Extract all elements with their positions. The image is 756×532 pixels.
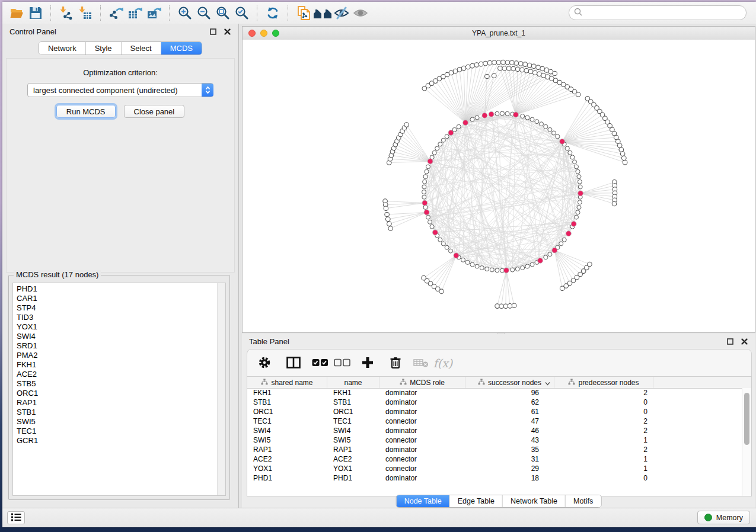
delete-column-button[interactable]	[385, 353, 406, 373]
zoom-fit-button[interactable]	[213, 4, 232, 22]
import-network-button[interactable]	[57, 4, 76, 22]
mcds-result-item[interactable]: TEC1	[13, 427, 217, 436]
float-panel-button[interactable]	[209, 27, 217, 36]
toolbar-separator	[169, 5, 170, 21]
export-image-icon	[146, 6, 162, 20]
table-row[interactable]: YOX1YOX1connector291	[247, 464, 742, 473]
mcds-result-item[interactable]: SWI5	[13, 417, 217, 427]
first-neighbors-button[interactable]	[313, 4, 332, 22]
table-row[interactable]: ORC1ORC1dominator610	[247, 407, 742, 416]
zoom-traffic-light[interactable]	[272, 30, 279, 37]
table-cell: SWI4	[327, 427, 379, 435]
table-column-tree-icon	[478, 379, 485, 387]
memory-button[interactable]: Memory	[697, 511, 750, 524]
export-table-button[interactable]	[126, 4, 145, 22]
tab-node-table[interactable]: Node Table	[397, 495, 449, 507]
mcds-result-item[interactable]: YOX1	[13, 322, 217, 332]
mcds-result-item[interactable]: SRD1	[13, 341, 217, 351]
table-row[interactable]: ACE2ACE2connector311	[247, 454, 742, 464]
tab-motifs[interactable]: Motifs	[565, 495, 601, 507]
tab-select[interactable]: Select	[121, 42, 161, 55]
table-cell: 29	[465, 464, 554, 473]
table-row[interactable]: PHD1PHD1dominator180	[247, 473, 742, 483]
tab-style[interactable]: Style	[85, 42, 121, 55]
table-scrollbar-thumb[interactable]	[744, 393, 749, 445]
tab-network-table[interactable]: Network Table	[502, 495, 565, 507]
column-header-name[interactable]: name	[327, 377, 379, 388]
refresh-button[interactable]	[263, 4, 282, 22]
column-header-MCDS-role[interactable]: MCDS role	[379, 377, 465, 388]
delete-table-button[interactable]	[411, 353, 431, 373]
optimization-criterion-value: largest connected component (undirected)	[28, 86, 202, 95]
mcds-result-item[interactable]: ORC1	[13, 389, 217, 398]
zoom-selected-icon	[235, 6, 249, 20]
close-traffic-light[interactable]	[248, 30, 256, 37]
tab-network[interactable]: Network	[39, 42, 85, 55]
export-image-button[interactable]	[145, 4, 164, 22]
zoom-selected-button[interactable]	[232, 4, 251, 22]
mcds-result-item[interactable]: PMA2	[13, 351, 217, 360]
tab-mcds[interactable]: MCDS	[161, 42, 202, 55]
mcds-result-item[interactable]: TID3	[13, 313, 217, 322]
close-panel-button-mcds[interactable]: Close panel	[124, 105, 185, 118]
task-history-button[interactable]	[7, 511, 25, 524]
toolbar-separator	[288, 5, 289, 21]
tab-edge-table[interactable]: Edge Table	[449, 495, 502, 507]
mcds-result-item[interactable]: STB5	[13, 379, 217, 389]
table-cell: ACE2	[247, 455, 327, 463]
table-row[interactable]: STB1STB1dominator620	[247, 398, 742, 407]
mcds-result-item[interactable]: ACE2	[13, 370, 217, 379]
column-header-predecessor-nodes[interactable]: predecessor nodes	[554, 377, 653, 388]
clone-network-button[interactable]	[294, 4, 313, 22]
mcds-result-item[interactable]: RAP1	[13, 398, 217, 408]
function-builder-button[interactable]: f(x)	[433, 353, 453, 373]
fx-icon: f(x)	[433, 357, 453, 370]
mcds-result-item[interactable]: FKH1	[13, 360, 217, 370]
minimize-traffic-light[interactable]	[260, 30, 267, 37]
select-all-button[interactable]	[310, 353, 330, 373]
mcds-result-list[interactable]: PHD1CAR1STP4TID3YOX1SWI4SRD1PMA2FKH1ACE2…	[12, 283, 226, 496]
close-table-panel-button[interactable]	[740, 337, 748, 345]
float-table-panel-button[interactable]	[726, 337, 734, 345]
show-all-button[interactable]	[351, 4, 370, 22]
column-header-shared-name[interactable]: shared name	[247, 377, 327, 388]
zoom-out-button[interactable]	[194, 4, 213, 22]
optimization-criterion-select[interactable]: largest connected component (undirected)	[27, 83, 213, 97]
table-row[interactable]: SWI4SWI4dominator462	[247, 426, 742, 435]
network-canvas[interactable]	[243, 40, 755, 332]
hide-selected-button[interactable]	[332, 4, 351, 22]
mcds-result-item[interactable]: STP4	[13, 303, 217, 313]
table-cell: SWI4	[247, 427, 327, 435]
node-table-header: shared namenameMCDS rolesuccessor nodesp…	[247, 377, 751, 389]
search-input[interactable]	[586, 8, 741, 18]
table-row[interactable]: TEC1TEC1connector472	[247, 416, 742, 426]
add-column-button[interactable]	[358, 353, 378, 373]
mcds-result-item[interactable]: STB1	[13, 408, 217, 417]
table-cell: dominator	[379, 398, 465, 406]
deselect-all-button[interactable]	[332, 353, 352, 373]
table-scrollbar[interactable]	[742, 388, 751, 496]
mcds-result-item[interactable]: SWI4	[13, 332, 217, 341]
open-session-button[interactable]	[7, 4, 26, 22]
table-cell: 47	[465, 417, 554, 425]
table-settings-button[interactable]	[254, 353, 275, 373]
import-table-icon	[78, 6, 92, 20]
close-panel-button[interactable]	[223, 27, 231, 36]
import-table-button[interactable]	[76, 4, 95, 22]
column-header-successor-nodes[interactable]: successor nodes	[465, 377, 554, 388]
column-visibility-button[interactable]	[283, 353, 304, 373]
table-row[interactable]: FKH1FKH1dominator962	[247, 388, 742, 398]
save-session-button[interactable]	[26, 4, 45, 22]
mcds-list-scrollbar[interactable]	[217, 283, 225, 495]
table-row[interactable]: RAP1RAP1dominator352	[247, 445, 742, 454]
table-column-tree-icon	[400, 379, 407, 387]
table-cell: YOX1	[327, 464, 379, 473]
mcds-result-item[interactable]: CAR1	[13, 294, 217, 303]
search-box[interactable]	[569, 5, 747, 20]
zoom-in-button[interactable]	[176, 4, 194, 22]
export-network-button[interactable]	[107, 4, 126, 22]
mcds-result-item[interactable]: GCR1	[13, 436, 217, 446]
mcds-result-item[interactable]: PHD1	[13, 284, 217, 294]
table-row[interactable]: SWI5SWI5connector431	[247, 435, 742, 445]
run-mcds-button[interactable]: Run MCDS	[56, 105, 116, 118]
